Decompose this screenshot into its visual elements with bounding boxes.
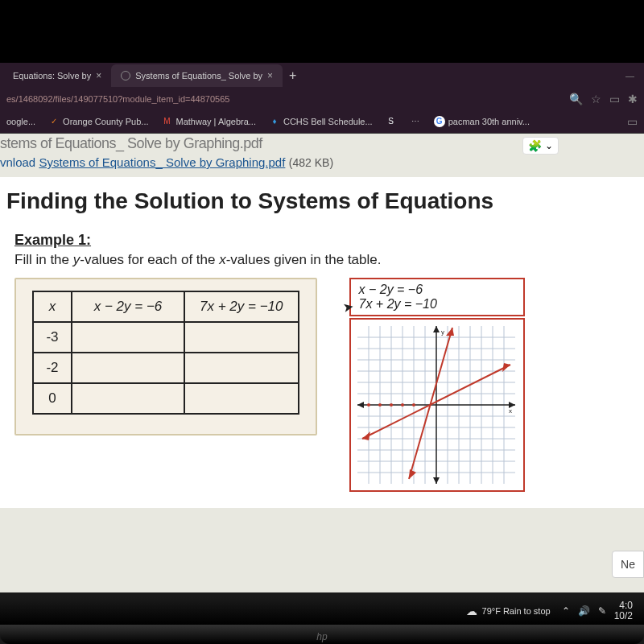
bookmark-dots[interactable]: ⋯ xyxy=(410,116,421,127)
weather-text: 79°F Rain to stop xyxy=(482,606,551,616)
minimize-icon[interactable]: — xyxy=(625,71,634,80)
bookmark-pacman[interactable]: G pacman 30th anniv... xyxy=(434,116,530,127)
svg-point-40 xyxy=(378,403,382,407)
file-size: (482 KB) xyxy=(289,156,333,169)
example-instruction: Fill in the y-values for each of the x-v… xyxy=(14,252,641,268)
tab-active[interactable]: Systems of Equations_ Solve by × xyxy=(111,64,283,87)
bookmark-label: CCHS Bell Schedule... xyxy=(283,117,373,126)
table-row: -2 xyxy=(33,353,299,383)
table-header-eq1: x − 2y = −6 xyxy=(72,291,184,322)
weather-widget[interactable]: ☁ 79°F Rain to stop xyxy=(466,605,551,617)
next-button[interactable]: Ne xyxy=(612,551,644,578)
x-value: -3 xyxy=(33,322,72,353)
url-text: es/1468092/files/149077510?module_item_i… xyxy=(6,94,229,104)
bookmark-mathway[interactable]: M Mathway | Algebra... xyxy=(162,116,256,127)
google-icon: G xyxy=(434,116,445,127)
bookmark-label: Orange County Pub... xyxy=(63,117,148,126)
date: 10/2 xyxy=(614,611,633,621)
y-value-cell[interactable] xyxy=(72,322,184,353)
table-header-x: x xyxy=(33,291,72,322)
download-link[interactable]: Systems of Equations_ Solve by Graphing.… xyxy=(39,152,285,177)
y-value-cell[interactable] xyxy=(184,353,299,383)
bookmark-orange-county[interactable]: ✓ Orange County Pub... xyxy=(48,116,148,127)
bookmark-s[interactable]: S xyxy=(386,116,397,127)
y-value-cell[interactable] xyxy=(184,322,299,353)
hp-logo: hp xyxy=(316,631,327,642)
table-row: 0 xyxy=(33,383,299,414)
extension-icon[interactable]: ✱ xyxy=(628,93,638,105)
page-content: 🧩 ⌄ stems of Equations_ Solve by Graphin… xyxy=(0,134,644,592)
reading-list-icon[interactable]: ▭ xyxy=(609,93,620,105)
tray-chevron-icon[interactable]: ⌃ xyxy=(562,605,570,617)
graph-panel: x − 2y = −6 7x + 2y = −10 xyxy=(349,278,525,492)
bookmark-label: Mathway | Algebra... xyxy=(176,117,256,126)
puzzle-icon: 🧩 xyxy=(528,139,542,152)
svg-point-43 xyxy=(412,403,415,407)
graph-svg: y x xyxy=(357,326,515,484)
x-value: -2 xyxy=(33,353,72,383)
bookmark-cchs[interactable]: ♦ CCHS Bell Schedule... xyxy=(269,116,373,127)
tab-label: Systems of Equations_ Solve by xyxy=(135,71,262,80)
close-icon[interactable]: × xyxy=(267,70,273,81)
search-icon[interactable]: 🔍 xyxy=(569,93,583,105)
y-value-cell[interactable] xyxy=(72,353,184,383)
close-icon[interactable]: × xyxy=(96,70,101,81)
y-value-cell[interactable] xyxy=(72,383,184,414)
svg-point-41 xyxy=(390,403,393,407)
svg-text:x: x xyxy=(509,407,512,415)
clock[interactable]: 4:0 10/2 xyxy=(614,601,633,621)
loading-icon xyxy=(121,71,130,80)
equation-2: 7x + 2y = −10 xyxy=(359,297,515,312)
chevron-down-icon: ⌄ xyxy=(545,140,553,151)
s-icon: S xyxy=(386,116,397,127)
svg-text:y: y xyxy=(441,328,444,336)
y-value-cell[interactable] xyxy=(184,383,299,414)
new-tab-button[interactable]: + xyxy=(289,68,296,83)
bookmark-label: oogle... xyxy=(6,117,35,126)
cloud-icon: ☁ xyxy=(466,605,477,617)
bookmark-google[interactable]: oogle... xyxy=(6,117,35,126)
shield-icon: ♦ xyxy=(269,116,280,127)
page-heading: Finding the Solution to Systems of Equat… xyxy=(3,184,644,224)
reading-list-icon[interactable]: ▭ xyxy=(627,115,638,128)
graph-container: y x xyxy=(349,318,525,492)
taskbar: ☁ 79°F Rain to stop ⌃ 🔊 ✎ 4:0 10/2 xyxy=(0,597,644,625)
svg-point-42 xyxy=(401,403,404,407)
values-table-container: x x − 2y = −6 7x + 2y = −10 -3 -2 xyxy=(14,278,317,436)
svg-point-39 xyxy=(367,403,370,407)
extension-dropdown[interactable]: 🧩 ⌄ xyxy=(522,137,559,155)
table-header-eq2: 7x + 2y = −10 xyxy=(184,291,299,322)
check-icon: ✓ xyxy=(48,116,60,127)
tab-inactive[interactable]: Equations: Solve by × xyxy=(3,64,111,87)
tab-label: Equations: Solve by xyxy=(13,71,91,80)
edit-icon[interactable]: ✎ xyxy=(598,605,606,617)
equation-box: x − 2y = −6 7x + 2y = −10 xyxy=(349,278,525,316)
star-icon[interactable]: ☆ xyxy=(591,93,601,105)
bookmark-label: pacman 30th anniv... xyxy=(448,117,530,126)
x-value: 0 xyxy=(33,383,72,414)
table-row: -3 xyxy=(33,322,299,353)
values-table: x x − 2y = −6 7x + 2y = −10 -3 -2 xyxy=(32,291,299,415)
mathway-icon: M xyxy=(162,116,173,127)
url-bar[interactable]: es/1468092/files/149077510?module_item_i… xyxy=(0,89,644,109)
dots-icon: ⋯ xyxy=(410,116,421,127)
bookmarks-bar: oogle... ✓ Orange County Pub... M Mathwa… xyxy=(0,109,644,134)
sound-icon[interactable]: 🔊 xyxy=(578,605,590,617)
equation-1: x − 2y = −6 xyxy=(359,283,515,297)
tab-bar: Equations: Solve by × Systems of Equatio… xyxy=(0,63,644,89)
download-prefix: vnload xyxy=(0,155,39,169)
example-label: Example 1: xyxy=(14,232,641,249)
